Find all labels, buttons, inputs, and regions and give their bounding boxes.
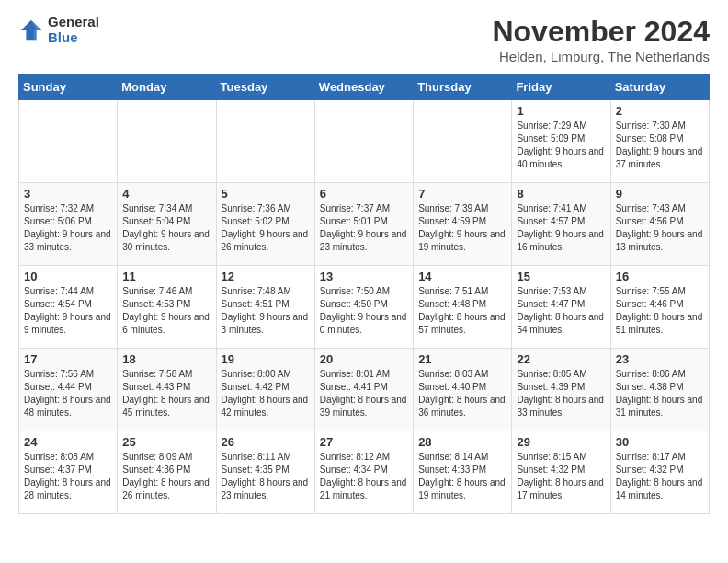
calendar-cell: 5Sunrise: 7:36 AM Sunset: 5:02 PM Daylig… <box>216 183 314 266</box>
day-number: 17 <box>24 352 112 366</box>
calendar-week-3: 17Sunrise: 7:56 AM Sunset: 4:44 PM Dayli… <box>19 349 710 431</box>
day-number: 11 <box>122 270 210 283</box>
calendar-cell: 6Sunrise: 7:37 AM Sunset: 5:01 PM Daylig… <box>314 183 413 266</box>
calendar-week-0: 1Sunrise: 7:29 AM Sunset: 5:09 PM Daylig… <box>19 100 710 183</box>
day-number: 19 <box>222 352 310 366</box>
title-block: November 2024 Helden, Limburg, The Nethe… <box>492 15 710 64</box>
calendar-cell: 9Sunrise: 7:43 AM Sunset: 4:56 PM Daylig… <box>610 183 709 266</box>
calendar-cell: 19Sunrise: 8:00 AM Sunset: 4:42 PM Dayli… <box>216 349 314 431</box>
day-info: Sunrise: 8:17 AM Sunset: 4:32 PM Dayligh… <box>616 451 704 502</box>
day-number: 29 <box>517 435 605 449</box>
calendar-cell: 28Sunrise: 8:14 AM Sunset: 4:33 PM Dayli… <box>414 431 512 514</box>
calendar-week-4: 24Sunrise: 8:08 AM Sunset: 4:37 PM Dayli… <box>19 431 710 514</box>
calendar-table: SundayMondayTuesdayWednesdayThursdayFrid… <box>18 74 710 514</box>
day-number: 10 <box>24 270 112 283</box>
calendar-cell: 27Sunrise: 8:12 AM Sunset: 4:34 PM Dayli… <box>314 431 413 514</box>
calendar-cell: 1Sunrise: 7:29 AM Sunset: 5:09 PM Daylig… <box>512 100 610 183</box>
day-info: Sunrise: 7:37 AM Sunset: 5:01 PM Dayligh… <box>320 202 408 254</box>
day-info: Sunrise: 8:03 AM Sunset: 4:40 PM Dayligh… <box>418 368 506 419</box>
day-number: 24 <box>24 435 112 449</box>
day-number: 12 <box>222 270 310 283</box>
logo: General Blue <box>18 15 99 45</box>
calendar-cell: 20Sunrise: 8:01 AM Sunset: 4:41 PM Dayli… <box>314 349 413 431</box>
calendar-cell <box>19 100 118 183</box>
page-container: General Blue November 2024 Helden, Limbu… <box>0 0 728 529</box>
day-number: 23 <box>616 352 704 366</box>
day-info: Sunrise: 8:12 AM Sunset: 4:34 PM Dayligh… <box>320 451 408 502</box>
calendar-cell <box>216 100 314 183</box>
calendar-cell: 2Sunrise: 7:30 AM Sunset: 5:08 PM Daylig… <box>610 100 709 183</box>
calendar-cell: 13Sunrise: 7:50 AM Sunset: 4:50 PM Dayli… <box>314 266 413 349</box>
day-number: 16 <box>616 270 704 283</box>
day-number: 15 <box>517 270 605 283</box>
day-info: Sunrise: 7:51 AM Sunset: 4:48 PM Dayligh… <box>418 285 506 337</box>
day-info: Sunrise: 8:14 AM Sunset: 4:33 PM Dayligh… <box>418 451 506 502</box>
day-number: 7 <box>418 187 506 201</box>
logo-blue-text: Blue <box>48 30 99 46</box>
calendar-cell: 21Sunrise: 8:03 AM Sunset: 4:40 PM Dayli… <box>414 349 512 431</box>
calendar-cell: 29Sunrise: 8:15 AM Sunset: 4:32 PM Dayli… <box>512 431 610 514</box>
calendar-cell: 17Sunrise: 7:56 AM Sunset: 4:44 PM Dayli… <box>19 349 118 431</box>
day-info: Sunrise: 7:32 AM Sunset: 5:06 PM Dayligh… <box>24 202 112 254</box>
calendar-cell: 14Sunrise: 7:51 AM Sunset: 4:48 PM Dayli… <box>414 266 512 349</box>
day-number: 1 <box>517 104 605 118</box>
header-saturday: Saturday <box>610 75 709 100</box>
calendar-cell <box>414 100 512 183</box>
calendar-cell <box>118 100 216 183</box>
calendar-cell: 3Sunrise: 7:32 AM Sunset: 5:06 PM Daylig… <box>19 183 118 266</box>
day-info: Sunrise: 7:43 AM Sunset: 4:56 PM Dayligh… <box>616 202 704 254</box>
calendar-cell: 11Sunrise: 7:46 AM Sunset: 4:53 PM Dayli… <box>118 266 216 349</box>
calendar-cell: 22Sunrise: 8:05 AM Sunset: 4:39 PM Dayli… <box>512 349 610 431</box>
calendar-cell: 16Sunrise: 7:55 AM Sunset: 4:46 PM Dayli… <box>610 266 709 349</box>
calendar-header-row: SundayMondayTuesdayWednesdayThursdayFrid… <box>19 75 710 100</box>
month-title: November 2024 <box>492 15 710 49</box>
day-info: Sunrise: 7:44 AM Sunset: 4:54 PM Dayligh… <box>24 285 112 337</box>
day-number: 6 <box>320 187 408 201</box>
day-info: Sunrise: 8:09 AM Sunset: 4:36 PM Dayligh… <box>122 451 210 502</box>
day-info: Sunrise: 8:11 AM Sunset: 4:35 PM Dayligh… <box>222 451 310 502</box>
day-info: Sunrise: 7:50 AM Sunset: 4:50 PM Dayligh… <box>320 285 408 337</box>
day-number: 2 <box>616 104 704 118</box>
header-tuesday: Tuesday <box>216 75 314 100</box>
day-info: Sunrise: 8:05 AM Sunset: 4:39 PM Dayligh… <box>517 368 605 419</box>
location: Helden, Limburg, The Netherlands <box>492 49 710 64</box>
day-number: 20 <box>320 352 408 366</box>
day-number: 25 <box>122 435 210 449</box>
day-info: Sunrise: 7:34 AM Sunset: 5:04 PM Dayligh… <box>122 202 210 254</box>
day-number: 8 <box>517 187 605 201</box>
day-number: 28 <box>418 435 506 449</box>
logo-text: General Blue <box>48 15 99 45</box>
header-thursday: Thursday <box>414 75 512 100</box>
day-number: 22 <box>517 352 605 366</box>
day-info: Sunrise: 7:58 AM Sunset: 4:43 PM Dayligh… <box>122 368 210 419</box>
day-number: 26 <box>222 435 310 449</box>
calendar-cell: 4Sunrise: 7:34 AM Sunset: 5:04 PM Daylig… <box>118 183 216 266</box>
day-number: 3 <box>24 187 112 201</box>
logo-general-text: General <box>48 15 99 30</box>
calendar-cell: 7Sunrise: 7:39 AM Sunset: 4:59 PM Daylig… <box>414 183 512 266</box>
day-number: 13 <box>320 270 408 283</box>
day-info: Sunrise: 7:55 AM Sunset: 4:46 PM Dayligh… <box>616 285 704 337</box>
day-info: Sunrise: 7:36 AM Sunset: 5:02 PM Dayligh… <box>222 202 310 254</box>
day-info: Sunrise: 8:15 AM Sunset: 4:32 PM Dayligh… <box>517 451 605 502</box>
day-number: 21 <box>418 352 506 366</box>
day-info: Sunrise: 7:46 AM Sunset: 4:53 PM Dayligh… <box>122 285 210 337</box>
day-number: 9 <box>616 187 704 201</box>
calendar-cell: 30Sunrise: 8:17 AM Sunset: 4:32 PM Dayli… <box>610 431 709 514</box>
calendar-cell: 10Sunrise: 7:44 AM Sunset: 4:54 PM Dayli… <box>19 266 118 349</box>
header-monday: Monday <box>118 75 216 100</box>
day-info: Sunrise: 7:39 AM Sunset: 4:59 PM Dayligh… <box>418 202 506 254</box>
calendar-cell: 23Sunrise: 8:06 AM Sunset: 4:38 PM Dayli… <box>610 349 709 431</box>
header-friday: Friday <box>512 75 610 100</box>
calendar-week-2: 10Sunrise: 7:44 AM Sunset: 4:54 PM Dayli… <box>19 266 710 349</box>
day-info: Sunrise: 7:53 AM Sunset: 4:47 PM Dayligh… <box>517 285 605 337</box>
day-info: Sunrise: 7:48 AM Sunset: 4:51 PM Dayligh… <box>222 285 310 337</box>
day-info: Sunrise: 7:56 AM Sunset: 4:44 PM Dayligh… <box>24 368 112 419</box>
calendar-cell: 12Sunrise: 7:48 AM Sunset: 4:51 PM Dayli… <box>216 266 314 349</box>
day-info: Sunrise: 8:01 AM Sunset: 4:41 PM Dayligh… <box>320 368 408 419</box>
day-number: 5 <box>222 187 310 201</box>
calendar-cell: 25Sunrise: 8:09 AM Sunset: 4:36 PM Dayli… <box>118 431 216 514</box>
calendar-cell: 15Sunrise: 7:53 AM Sunset: 4:47 PM Dayli… <box>512 266 610 349</box>
calendar-cell: 26Sunrise: 8:11 AM Sunset: 4:35 PM Dayli… <box>216 431 314 514</box>
calendar-cell: 8Sunrise: 7:41 AM Sunset: 4:57 PM Daylig… <box>512 183 610 266</box>
